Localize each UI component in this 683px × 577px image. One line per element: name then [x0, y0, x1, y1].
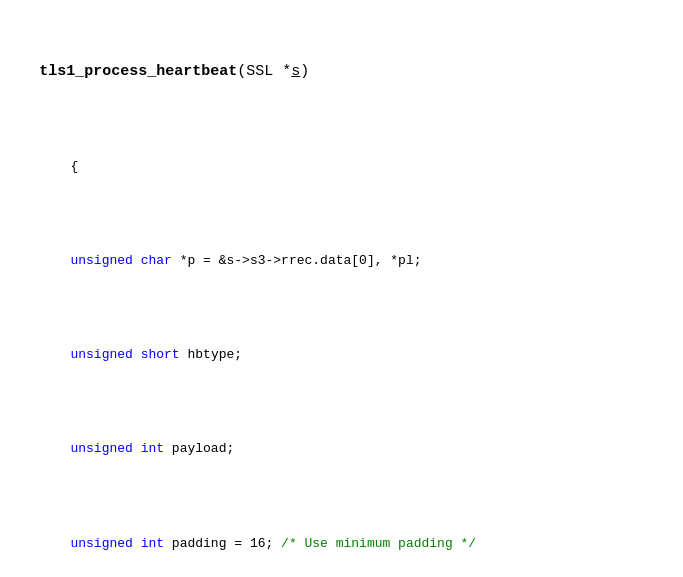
line-unsigned-int-payload: unsigned int payload; [8, 421, 675, 478]
function-params: (SSL *s) [237, 63, 309, 80]
code-container: tls1_process_heartbeat(SSL *s) { unsigne… [0, 0, 683, 577]
title-line: tls1_process_heartbeat(SSL *s) [8, 42, 675, 101]
line-unsigned-char: unsigned char *p = &s->s3->rrec.data[0],… [8, 233, 675, 290]
function-name: tls1_process_heartbeat [39, 63, 237, 80]
line-brace-open: { [8, 139, 675, 196]
line-unsigned-short: unsigned short hbtype; [8, 327, 675, 384]
line-unsigned-int-padding: unsigned int padding = 16; /* Use minimu… [8, 516, 675, 573]
